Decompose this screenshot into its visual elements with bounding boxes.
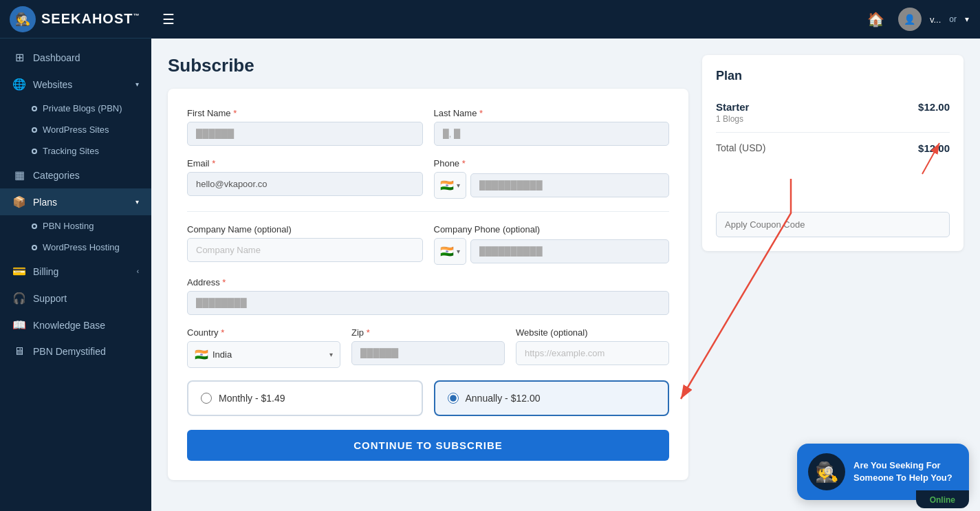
sidebar-item-knowledge-base[interactable]: 📖 Knowledge Base [0,312,151,338]
sidebar-item-plans[interactable]: 📦 Plans ▾ [0,188,151,215]
country-select[interactable]: 🇮🇳 India ▾ [187,341,340,368]
logo-text: SEEKAHOST™ [41,11,140,27]
phone-country-select[interactable]: 🇮🇳 ▾ [434,172,466,199]
required-marker: * [212,158,215,168]
sidebar-item-pbn-hosting[interactable]: PBN Hosting [0,215,151,237]
sidebar-item-private-blogs[interactable]: Private Blogs (PBN) [0,98,151,119]
demystified-icon: 🖥 [12,345,26,358]
required-marker: * [479,108,483,118]
india-flag: 🇮🇳 [440,179,454,192]
chevron-down-icon: ▾ [135,198,139,206]
company-row: Company Name (optional) Company Phone (o… [187,224,669,265]
chat-status-bar: Online [916,490,969,508]
continue-subscribe-button[interactable]: CONTINUE TO SUBSCRIBE [187,430,669,461]
company-phone-country-select[interactable]: 🇮🇳 ▾ [434,238,466,265]
first-name-group: First Name * [187,108,423,146]
plan-details-row: Starter 1 Blogs $12.00 [716,93,950,133]
sidebar-item-websites[interactable]: 🌐 Websites ▾ [0,71,151,98]
websites-icon: 🌐 [12,78,26,91]
total-label: Total (USD) [716,142,765,154]
first-name-label: First Name * [187,108,423,118]
coupon-input[interactable] [716,212,950,237]
home-icon[interactable]: 🏠 [867,11,884,28]
content-area: Subscribe First Name * Last Name [151,39,980,511]
avatar: 👤 [898,8,922,31]
chevron-down-icon: ▾ [329,351,333,358]
annually-label: Annually - $12.00 [466,393,541,404]
company-phone-group: Company Phone (optional) 🇮🇳 ▾ [434,224,670,265]
hamburger-icon[interactable]: ☰ [162,11,175,28]
annually-option[interactable]: Annually - $12.00 [434,380,670,416]
sidebar-item-label: Plans [33,197,57,208]
website-label: Website (optional) [516,327,669,338]
company-name-label: Company Name (optional) [187,224,423,235]
country-zip-website-row: Country * 🇮🇳 India ▾ Zip * [187,327,669,368]
monthly-option[interactable]: Monthly - $1.49 [187,380,423,416]
last-name-input[interactable] [434,122,670,146]
dot-icon [32,245,37,250]
sidebar-item-wordpress-hosting[interactable]: WordPress Hosting [0,237,151,258]
sidebar-item-label: WordPress Hosting [43,242,120,252]
company-name-input[interactable] [187,238,423,262]
support-icon: 🎧 [12,292,26,305]
sidebar-item-tracking-sites[interactable]: Tracking Sites [0,140,151,162]
phone-group: Phone * 🇮🇳 ▾ [434,158,670,199]
email-input[interactable] [187,172,423,196]
last-name-group: Last Name * [434,108,670,146]
monthly-label: Monthly - $1.49 [219,393,285,404]
dot-icon [32,127,37,133]
plan-info: Starter 1 Blogs [716,101,749,124]
zip-group: Zip * [351,327,505,368]
website-group: Website (optional) [516,327,669,368]
phone-number-input[interactable] [470,173,670,197]
topbar: ☰ 🏠 👤 v... or ▾ [151,0,980,39]
red-arrow-svg [812,136,950,177]
sidebar-item-label: Private Blogs (PBN) [43,103,122,113]
sidebar-item-label: Support [33,293,67,304]
sidebar-item-label: Tracking Sites [43,146,99,156]
required-marker: * [462,158,466,168]
country-label: Country * [187,327,340,338]
email-group: Email * [187,158,423,199]
country-value: India [213,349,232,360]
sidebar-logo: 🕵️ SEEKAHOST™ [0,0,151,39]
company-phone-number-input[interactable] [470,239,670,263]
sidebar-item-billing[interactable]: 💳 Billing ‹ [0,258,151,285]
name-row: First Name * Last Name * [187,108,669,146]
sidebar-item-label: Knowledge Base [33,320,105,331]
logo-avatar: 🕵️ [10,6,36,32]
zip-input[interactable] [351,341,505,365]
dot-icon [32,224,37,229]
phone-label: Phone * [434,158,670,168]
required-marker: * [367,327,370,338]
sidebar-item-categories[interactable]: ▦ Categories [0,162,151,188]
zip-label: Zip * [351,327,505,338]
required-marker: * [233,108,237,118]
sidebar-item-pbn-demystified[interactable]: 🖥 PBN Demystified [0,338,151,365]
india-flag: 🇮🇳 [195,348,208,361]
chevron-down-icon: ▾ [457,248,460,255]
svg-line-1 [922,143,939,174]
sidebar-nav: ⊞ Dashboard 🌐 Websites ▾ Private Blogs (… [0,39,151,511]
country-group: Country * 🇮🇳 India ▾ [187,327,340,368]
sidebar-item-label: Categories [33,170,80,181]
sidebar-item-label: Billing [33,266,58,277]
company-phone-label: Company Phone (optional) [434,224,670,235]
dashboard-icon: ⊞ [12,51,26,64]
main-container: ☰ 🏠 👤 v... or ▾ Subscribe First Name * [151,0,980,511]
email-phone-row: Email * Phone * 🇮🇳 ▾ [187,158,669,199]
monthly-radio[interactable] [201,393,212,404]
first-name-input[interactable] [187,122,423,146]
sidebar: 🕵️ SEEKAHOST™ ⊞ Dashboard 🌐 Websites ▾ P… [0,0,151,511]
chevron-down-icon: ▾ [457,182,460,189]
form-card: First Name * Last Name * [168,89,688,480]
sidebar-item-dashboard[interactable]: ⊞ Dashboard [0,44,151,71]
website-input[interactable] [516,341,669,365]
annually-radio[interactable] [448,393,459,404]
topbar-dropdown[interactable]: ▾ [965,14,969,24]
sidebar-item-wordpress-sites[interactable]: WordPress Sites [0,119,151,140]
form-divider [187,211,669,212]
address-input[interactable] [187,291,669,315]
chat-online-status: Online [930,495,955,505]
sidebar-item-support[interactable]: 🎧 Support [0,285,151,312]
